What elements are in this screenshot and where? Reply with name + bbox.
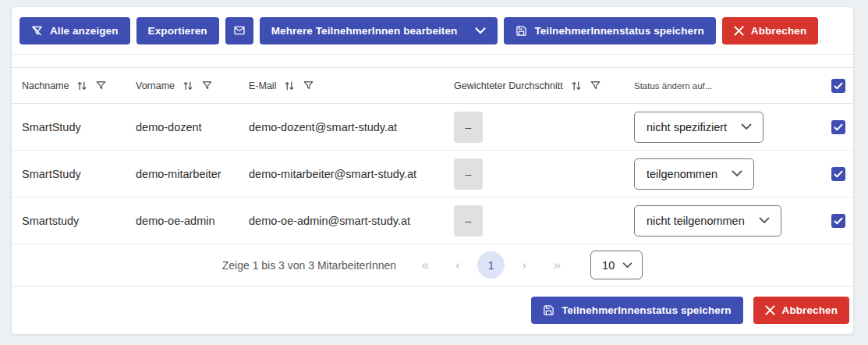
- cell-vorname: demo-dozent: [126, 121, 239, 133]
- cell-status: nicht spezifiziert: [624, 112, 821, 143]
- cell-durchschnitt: –: [444, 112, 624, 143]
- save-status-label-bottom: TeilnehmerInnenstatus speichern: [562, 304, 731, 316]
- chevron-down-icon: [741, 123, 752, 130]
- cancel-button-top[interactable]: Abbrechen: [722, 17, 818, 44]
- pagination-summary: Zeige 1 bis 3 von 3 MitarbeiterInnen: [222, 259, 396, 272]
- participants-panel: Alle anzeigen Exportieren Mehrere Teilne…: [11, 6, 854, 335]
- header-nachname: Nachname: [12, 80, 126, 92]
- header-vorname: Vorname: [126, 80, 239, 92]
- toolbar-table-gap: [12, 55, 853, 67]
- status-select-value: nicht teilgenommen: [647, 215, 745, 227]
- cancel-label-top: Abbrechen: [751, 25, 806, 37]
- header-email: E-Mail: [239, 80, 444, 92]
- next-page-button[interactable]: ›: [508, 258, 540, 273]
- page-size-select[interactable]: 10: [590, 251, 643, 279]
- top-toolbar: Alle anzeigen Exportieren Mehrere Teilne…: [12, 7, 853, 55]
- cell-checkbox: [821, 214, 854, 228]
- table-row: SmartStudy demo-mitarbeiter demo-mitarbe…: [12, 151, 853, 197]
- filter-icon[interactable]: [303, 80, 314, 91]
- cell-nachname: Smartstudy: [12, 215, 126, 227]
- save-icon: [515, 25, 527, 37]
- save-icon: [543, 304, 554, 316]
- cell-email: demo-mitarbeiter@smart-study.at: [239, 168, 444, 180]
- show-all-button[interactable]: Alle anzeigen: [19, 17, 130, 44]
- filter-off-icon: [31, 25, 43, 37]
- status-select-value: nicht spezifiziert: [647, 121, 727, 133]
- header-status: Status ändern auf...: [624, 81, 821, 91]
- sort-icon[interactable]: [283, 80, 296, 92]
- save-status-label-top: TeilnehmerInnenstatus speichern: [534, 25, 703, 37]
- header-status-label: Status ändern auf...: [634, 81, 712, 91]
- edit-multiple-label: Mehrere TeilnehmerInnen bearbeiten: [271, 25, 458, 37]
- show-all-label: Alle anzeigen: [50, 25, 119, 37]
- chevron-down-icon: [759, 217, 770, 224]
- cell-vorname: demo-oe-admin: [126, 215, 239, 227]
- cancel-button-bottom[interactable]: Abbrechen: [753, 297, 849, 324]
- table-header-row: Nachname Vorname: [12, 68, 853, 104]
- cell-nachname: SmartStudy: [12, 168, 126, 180]
- save-status-button-top[interactable]: TeilnehmerInnenstatus speichern: [504, 17, 715, 44]
- page-size-value: 10: [602, 259, 615, 272]
- edit-multiple-dropdown-button[interactable]: Mehrere TeilnehmerInnen bearbeiten: [260, 17, 498, 44]
- row-checkbox[interactable]: [831, 167, 845, 181]
- email-button[interactable]: [225, 17, 253, 44]
- sort-icon[interactable]: [76, 80, 88, 92]
- header-checkbox-cell: [821, 79, 854, 93]
- filter-icon[interactable]: [590, 80, 601, 91]
- filter-icon[interactable]: [95, 80, 107, 91]
- sort-icon[interactable]: [182, 80, 194, 92]
- export-button[interactable]: Exportieren: [136, 17, 219, 44]
- previous-page-button[interactable]: ‹: [441, 258, 474, 273]
- header-email-label: E-Mail: [249, 80, 276, 91]
- header-nachname-label: Nachname: [22, 80, 69, 91]
- cell-durchschnitt: –: [444, 205, 624, 237]
- envelope-icon: [233, 24, 246, 37]
- cell-nachname: SmartStudy: [12, 121, 126, 133]
- pagination-bar: Zeige 1 bis 3 von 3 MitarbeiterInnen « ‹…: [12, 244, 853, 286]
- average-chip: –: [454, 205, 483, 237]
- average-chip: –: [454, 158, 483, 190]
- row-checkbox[interactable]: [831, 214, 845, 228]
- row-checkbox[interactable]: [831, 120, 845, 134]
- cell-checkbox: [821, 120, 854, 134]
- cell-checkbox: [821, 167, 854, 181]
- participants-table: Nachname Vorname: [12, 67, 853, 244]
- chevron-down-icon: [732, 170, 742, 177]
- status-select-value: teilgenommen: [647, 168, 717, 180]
- chevron-down-icon: [622, 262, 632, 269]
- first-page-button[interactable]: «: [409, 258, 441, 273]
- header-durchschnitt: Gewichteter Durchschnitt: [444, 80, 624, 92]
- status-select[interactable]: nicht teilgenommen: [634, 205, 781, 237]
- cell-email: demo-oe-admin@smart-study.at: [239, 215, 444, 227]
- header-durchschnitt-label: Gewichteter Durchschnitt: [454, 80, 563, 91]
- table-row: Smartstudy demo-oe-admin demo-oe-admin@s…: [12, 197, 853, 244]
- save-status-button-bottom[interactable]: TeilnehmerInnenstatus speichern: [531, 297, 742, 324]
- sort-icon[interactable]: [570, 80, 583, 92]
- bottom-action-bar: TeilnehmerInnenstatus speichern Abbreche…: [12, 286, 853, 334]
- status-select[interactable]: teilgenommen: [634, 158, 754, 190]
- header-vorname-label: Vorname: [136, 80, 175, 91]
- cell-durchschnitt: –: [444, 158, 624, 190]
- cell-status: nicht teilgenommen: [624, 205, 821, 237]
- current-page-button[interactable]: 1: [477, 251, 505, 279]
- cancel-label-bottom: Abbrechen: [782, 304, 838, 316]
- export-label: Exportieren: [148, 25, 207, 37]
- cell-email: demo-dozent@smart-study.at: [239, 121, 444, 133]
- chevron-down-icon: [475, 27, 486, 34]
- cell-vorname: demo-mitarbeiter: [126, 168, 239, 180]
- last-page-button[interactable]: »: [540, 258, 573, 273]
- select-all-checkbox[interactable]: [831, 79, 845, 93]
- status-select[interactable]: nicht spezifiziert: [634, 112, 763, 143]
- close-icon: [734, 26, 744, 36]
- average-chip: –: [454, 112, 483, 143]
- close-icon: [765, 305, 775, 315]
- filter-icon[interactable]: [201, 80, 213, 91]
- cell-status: teilgenommen: [624, 158, 821, 190]
- table-row: SmartStudy demo-dozent demo-dozent@smart…: [12, 104, 853, 151]
